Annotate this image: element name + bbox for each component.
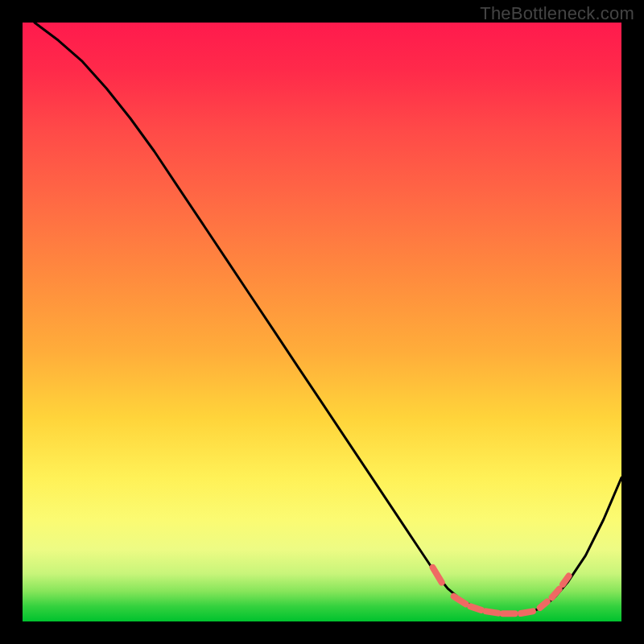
marker-segment [454,597,466,605]
highlighted-segments [433,568,569,613]
watermark-text: TheBottleneck.com [480,3,634,24]
bottleneck-curve [35,23,621,613]
marker-segment [521,611,533,613]
marker-segment [471,606,481,610]
marker-segment [486,611,498,613]
marker-segment [552,589,559,597]
chart-svg [23,23,621,621]
plot-area [23,23,621,621]
chart-frame: TheBottleneck.com [0,0,644,644]
marker-segment [540,601,547,608]
marker-segment [433,568,442,583]
